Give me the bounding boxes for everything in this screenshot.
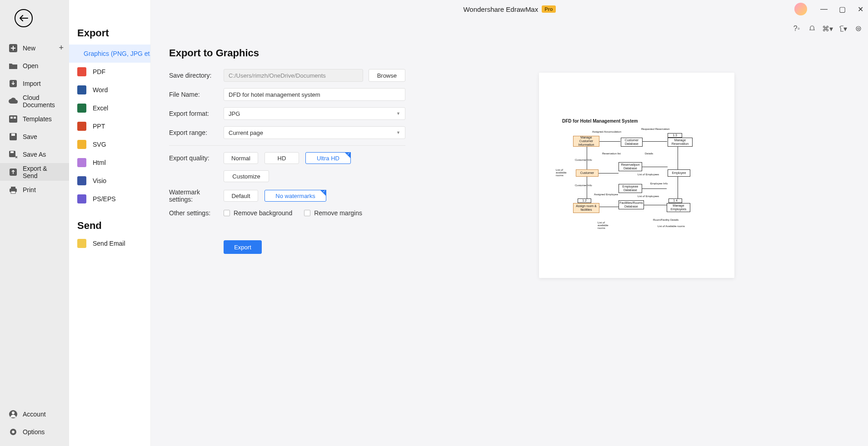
checkbox-remove-bg[interactable]: Remove background [224, 209, 292, 217]
format-ppt[interactable]: PPT [69, 117, 150, 135]
nav-label: Options [23, 428, 45, 436]
nav-sidebar: New + Open Import Cloud Documents Templa… [0, 0, 69, 446]
select-value: Current page [229, 129, 263, 136]
dp-label: Customer Info [575, 159, 592, 161]
maximize-button[interactable]: ▢ [838, 5, 846, 13]
watermark-none[interactable]: No watermarks [264, 190, 326, 202]
plus-icon[interactable]: + [59, 43, 64, 53]
minimize-button[interactable]: — [820, 5, 828, 13]
format-svg[interactable]: SVG [69, 135, 150, 154]
label-export-range: Export range: [169, 129, 224, 136]
dp-box: Customer [576, 169, 599, 177]
nav-item-account[interactable]: Account [0, 405, 69, 423]
nav-item-save-as[interactable]: Save As [0, 145, 69, 163]
format-pdf[interactable]: PDF [69, 63, 150, 81]
nav-item-cloud[interactable]: Cloud Documents [0, 92, 69, 110]
dp-box: Employee [668, 169, 690, 177]
shortcuts-button[interactable]: ⌘▾ [823, 25, 832, 33]
send-label: Send Email [93, 240, 125, 247]
tshirt-button[interactable]: ▾ [839, 25, 847, 33]
save-directory-input[interactable]: C:/Users/rimzh/OneDrive/Documents [224, 69, 363, 82]
format-label: SVG [93, 141, 106, 148]
pdf-icon [77, 67, 86, 76]
excel-icon [77, 104, 86, 113]
format-excel[interactable]: Excel [69, 99, 150, 117]
dp-label: Room/Facility Details [653, 218, 678, 221]
dp-label: List of Employees [638, 173, 659, 176]
label-watermark: Watermark settings: [169, 188, 224, 203]
svg-rect-12 [11, 191, 15, 193]
format-label: PS/EPS [93, 195, 116, 203]
quality-hd[interactable]: HD [264, 152, 299, 164]
dp-box: Manage Customer Information [573, 136, 599, 147]
nav-label: Print [23, 186, 36, 193]
format-label: Word [93, 86, 108, 94]
watermark-default[interactable]: Default [224, 190, 258, 202]
main-area: Wondershare EdrawMax Pro — ▢ ✕ ?◦ ⌘▾ ▾ E… [151, 0, 868, 446]
dp-line [599, 141, 620, 142]
dp-label: Employee Info [650, 182, 668, 185]
quality-ultra-hd[interactable]: Ultra HD [305, 152, 351, 164]
checkbox-label: Remove margins [314, 209, 362, 217]
quality-customize[interactable]: Customize [224, 170, 269, 182]
diagram-preview: DFD for Hotel Management System Manage C… [555, 114, 718, 237]
send-email[interactable]: Send Email [69, 234, 150, 253]
close-button[interactable]: ✕ [856, 5, 864, 13]
export-format-select[interactable]: JPG ▼ [224, 107, 405, 120]
help-button[interactable]: ?◦ [793, 25, 801, 33]
nav-item-open[interactable]: Open [0, 57, 69, 74]
format-html[interactable]: Html [69, 154, 150, 172]
visio-icon [77, 176, 86, 185]
dp-line [599, 173, 619, 173]
browse-button[interactable]: Browse [369, 69, 405, 82]
dp-box: Manage Employees [667, 203, 690, 212]
nav-label: Save As [23, 151, 46, 158]
label-quality: Export quality: [169, 154, 224, 162]
format-label: Html [93, 159, 106, 166]
quality-normal[interactable]: Normal [224, 152, 258, 164]
dp-box: 1.2 [578, 198, 591, 203]
dp-line [587, 177, 587, 198]
svg-point-18 [858, 28, 859, 30]
checkbox-remove-margins[interactable]: Remove margins [304, 209, 362, 217]
file-name-input[interactable]: DFD for hotel management system [224, 88, 405, 101]
back-button[interactable] [15, 9, 33, 27]
svg-rect-2 [9, 115, 17, 123]
nav-item-export-send[interactable]: Export & Send [0, 163, 69, 181]
nav-item-import[interactable]: Import [0, 74, 69, 92]
preview-panel: DFD for Hotel Management System Manage C… [539, 73, 734, 278]
nav-item-save[interactable]: Save [0, 128, 69, 145]
folder-icon [8, 61, 18, 71]
check-icon [320, 190, 326, 196]
export-range-select[interactable]: Current page ▼ [224, 126, 405, 139]
user-avatar[interactable] [794, 3, 807, 15]
titlebar: Wondershare EdrawMax Pro — ▢ ✕ [151, 0, 868, 18]
export-button[interactable]: Export [224, 240, 262, 254]
format-visio[interactable]: Visio [69, 172, 150, 190]
dp-label: Details [645, 152, 653, 155]
checkbox-label: Remove background [234, 209, 292, 217]
format-pseps[interactable]: PS/EPS [69, 190, 150, 208]
nav-item-print[interactable]: Print [0, 181, 69, 198]
svg-rect-8 [10, 151, 14, 153]
nav-label: New [23, 45, 35, 52]
html-icon [77, 158, 86, 167]
nav-item-templates[interactable]: Templates [0, 110, 69, 128]
form-title: Export to Graphics [169, 47, 405, 59]
dp-line [678, 147, 678, 169]
chevron-down-icon: ▼ [396, 111, 400, 116]
dp-box: Assign room & facilities [573, 203, 599, 213]
nav-item-new[interactable]: New + [0, 39, 69, 57]
print-icon [8, 185, 18, 195]
format-word[interactable]: Word [69, 81, 150, 99]
settings-button[interactable] [854, 25, 863, 33]
dp-line [642, 167, 668, 167]
label-file-name: File Name: [169, 91, 224, 98]
nav-item-options[interactable]: Options [0, 423, 69, 441]
send-heading: Send [69, 208, 150, 234]
user-icon [8, 409, 18, 419]
notification-button[interactable] [808, 25, 816, 33]
preview-title: DFD for Hotel Management System [562, 119, 638, 124]
import-icon [8, 79, 18, 89]
format-graphics[interactable]: Graphics (PNG, JPG et... [69, 45, 150, 63]
